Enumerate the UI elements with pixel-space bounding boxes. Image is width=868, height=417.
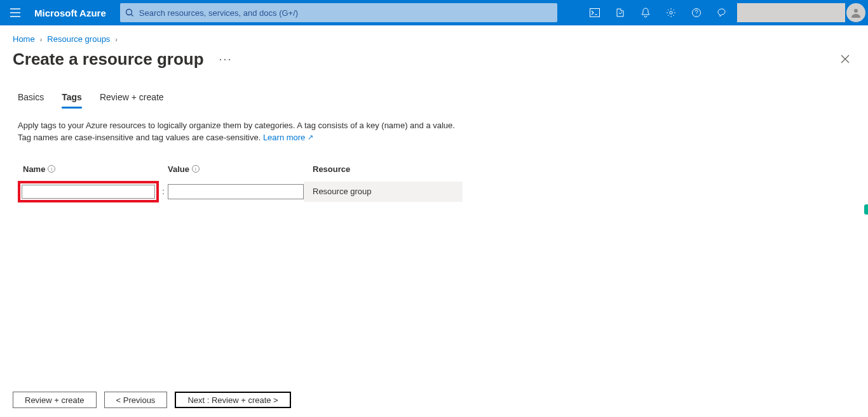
page-title: Create a resource group (13, 50, 204, 69)
column-header-resource: Resource (313, 164, 350, 174)
info-icon[interactable]: i (48, 165, 55, 173)
learn-more-link[interactable]: Learn more ↗ (263, 133, 313, 142)
account-info-box[interactable] (737, 3, 845, 22)
tab-review-create[interactable]: Review + create (100, 87, 164, 109)
svg-point-0 (126, 10, 132, 15)
tag-separator: : (159, 182, 168, 202)
wizard-tabs: Basics Tags Review + create (0, 87, 868, 109)
tab-basics[interactable]: Basics (18, 87, 44, 109)
chevron-right-icon: › (40, 36, 43, 43)
column-header-value: Value (168, 164, 189, 174)
user-avatar-icon[interactable] (846, 3, 865, 22)
chevron-right-icon: › (115, 36, 118, 43)
global-search[interactable] (120, 3, 557, 22)
directories-icon[interactable] (607, 0, 633, 25)
help-icon[interactable] (684, 0, 709, 25)
feedback-icon[interactable] (709, 0, 735, 25)
external-link-icon: ↗ (308, 133, 313, 141)
svg-point-2 (670, 11, 672, 14)
tags-table-header: Name i Value i Resource (18, 164, 463, 182)
search-icon (125, 8, 134, 17)
next-button[interactable]: Next : Review + create > (175, 392, 290, 408)
tag-row: : Resource group (18, 182, 463, 202)
brand-label[interactable]: Microsoft Azure (31, 8, 120, 18)
tag-value-input[interactable] (168, 184, 304, 199)
svg-rect-1 (590, 9, 600, 17)
column-header-name: Name (23, 164, 45, 174)
side-tab-indicator[interactable] (864, 204, 868, 215)
body-area: Apply tags to your Azure resources to lo… (0, 109, 868, 202)
review-create-button[interactable]: Review + create (13, 392, 97, 408)
top-bar: Microsoft Azure (0, 0, 868, 25)
svg-point-4 (854, 9, 858, 13)
breadcrumb: Home › Resource groups › (0, 25, 868, 48)
breadcrumb-home[interactable]: Home (13, 34, 35, 44)
tags-table: Name i Value i Resource : Resource group (18, 164, 463, 202)
page-header: Create a resource group ··· (0, 48, 868, 87)
tag-name-highlight (18, 181, 159, 202)
more-actions-button[interactable]: ··· (210, 53, 241, 66)
hamburger-menu-icon[interactable] (0, 0, 31, 25)
global-search-input[interactable] (139, 8, 552, 18)
tab-tags[interactable]: Tags (62, 87, 82, 109)
tag-name-input[interactable] (22, 185, 155, 199)
desc-line2: Tag names are case-insensitive and tag v… (18, 133, 263, 142)
wizard-footer: Review + create < Previous Next : Review… (0, 392, 304, 408)
close-blade-button[interactable] (835, 49, 855, 69)
info-icon[interactable]: i (192, 165, 200, 173)
breadcrumb-resource-groups[interactable]: Resource groups (47, 34, 110, 44)
previous-button[interactable]: < Previous (104, 392, 168, 408)
settings-gear-icon[interactable] (658, 0, 684, 25)
cloud-shell-icon[interactable] (582, 0, 607, 25)
tags-description: Apply tags to your Azure resources to lo… (18, 120, 501, 144)
desc-line1: Apply tags to your Azure resources to lo… (18, 121, 455, 130)
tag-resource-label: Resource group (304, 187, 463, 196)
notifications-icon[interactable] (633, 0, 658, 25)
